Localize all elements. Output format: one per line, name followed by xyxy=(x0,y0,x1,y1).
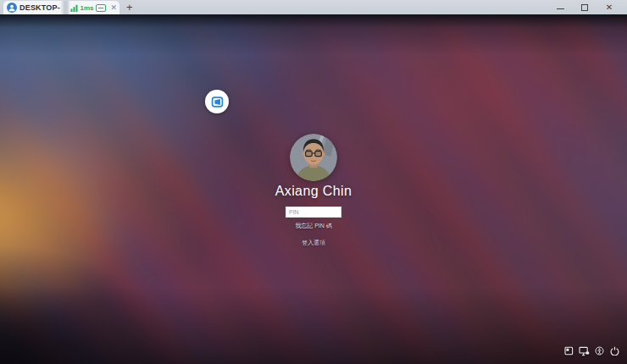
new-tab-button[interactable]: + xyxy=(126,2,133,13)
network-icon[interactable] xyxy=(579,345,590,356)
titlebar: DESKTOP- 1ms ✕ + ✕ xyxy=(0,0,627,14)
username-label: Axiang Chin xyxy=(275,184,352,199)
hd-quality-badge-icon xyxy=(96,4,106,12)
minimize-button[interactable] xyxy=(556,3,564,13)
maximize-icon xyxy=(581,4,588,11)
avatar-photo xyxy=(290,134,337,181)
tab-close-button[interactable]: ✕ xyxy=(110,4,117,12)
power-icon[interactable] xyxy=(609,345,620,356)
lockscreen-tray xyxy=(563,345,620,356)
session-toolbar-button[interactable] xyxy=(205,90,229,113)
user-circle-icon xyxy=(7,3,17,13)
minimize-icon xyxy=(557,8,564,9)
signin-options-link[interactable]: 登入選項 xyxy=(302,239,325,247)
window-controls: ✕ xyxy=(556,0,627,14)
remote-display-icon xyxy=(210,95,225,109)
tab-title-fade xyxy=(60,1,70,14)
pin-input[interactable] xyxy=(286,207,341,218)
tab-machine-name: DESKTOP- xyxy=(19,3,60,12)
input-method-icon[interactable] xyxy=(563,345,574,356)
login-panel: Axiang Chin 我忘記 PIN 碼 登入選項 xyxy=(0,134,627,247)
close-button[interactable]: ✕ xyxy=(605,3,613,13)
session-tab[interactable]: DESKTOP- 1ms ✕ xyxy=(3,1,119,14)
latency-indicator: 1ms xyxy=(80,4,93,12)
forgot-pin-link[interactable]: 我忘記 PIN 碼 xyxy=(295,222,332,230)
remote-screen: Axiang Chin 我忘記 PIN 碼 登入選項 xyxy=(0,14,627,364)
signal-bars-icon xyxy=(70,4,78,12)
maximize-button[interactable] xyxy=(580,3,589,13)
ease-of-access-icon[interactable] xyxy=(594,345,605,356)
user-avatar xyxy=(290,134,337,181)
remote-desktop-window: DESKTOP- 1ms ✕ + ✕ xyxy=(0,0,627,364)
